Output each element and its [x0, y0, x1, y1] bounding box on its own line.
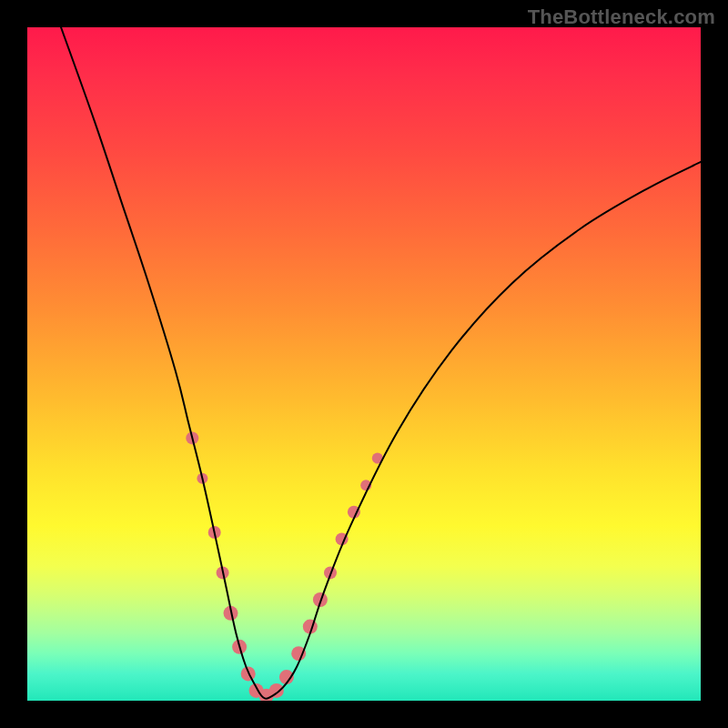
plot-frame — [27, 27, 701, 701]
chart-svg — [27, 27, 701, 701]
marker-layer — [186, 431, 382, 701]
stage: TheBottleneck.com — [0, 0, 728, 728]
bottleneck-curve — [61, 27, 701, 699]
watermark-text: TheBottleneck.com — [528, 5, 715, 29]
